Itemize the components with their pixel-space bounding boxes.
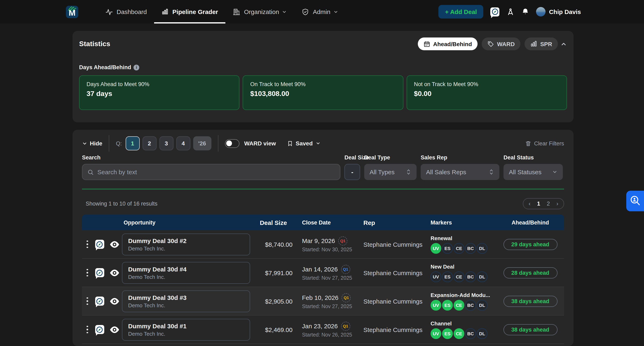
quarter-button-1[interactable]: 1 — [126, 136, 140, 150]
marker-bc[interactable]: BC — [465, 271, 476, 282]
compass-icon[interactable] — [95, 325, 104, 334]
ward-view-toggle[interactable] — [225, 139, 239, 148]
rep-name: Stephanie Cummings — [357, 269, 425, 276]
marker-dl[interactable]: DL — [477, 328, 488, 339]
table-row[interactable]: Dummy Deal 30d #4 Demo Tech Inc. $7,991.… — [82, 259, 564, 287]
opportunity-card[interactable]: Dummy Deal 30d #1 Demo Tech Inc. — [122, 318, 250, 340]
ward-view-label: WARD view — [244, 140, 276, 147]
marker-bc[interactable]: BC — [465, 243, 476, 254]
row-menu-icon[interactable] — [85, 267, 90, 278]
compass-assistant-icon[interactable] — [490, 7, 500, 16]
compass-icon[interactable] — [95, 240, 104, 249]
nav-item-dashboard[interactable]: Dashboard — [98, 0, 154, 24]
days-ahead-behind-label: Days Ahead/Behind — [79, 64, 131, 70]
stat-card-value: $103,808.00 — [250, 90, 396, 98]
marker-dl[interactable]: DL — [477, 243, 488, 254]
filters-panel: Hide Q: 1234'26 WARD view Saved Clear Fi… — [72, 130, 574, 346]
clear-filters-button[interactable]: Clear Filters — [525, 140, 564, 146]
compass-icon[interactable] — [95, 268, 104, 277]
logo-leaves-icon — [68, 6, 77, 11]
view-deal-eye-icon[interactable] — [110, 298, 119, 304]
table-row[interactable]: Dummy Deal 30d #1 Demo Tech Inc. $2,469.… — [82, 316, 564, 344]
close-date-cell: Jan 14, 2026 Q1 Started: Nov 27, 2025 — [295, 265, 357, 281]
pagination-page-1[interactable]: 1 — [537, 200, 540, 207]
marker-dl[interactable]: DL — [477, 300, 488, 310]
pagination-next-icon[interactable]: › — [556, 200, 558, 207]
nav-item-pipeline-grader[interactable]: Pipeline Grader — [154, 0, 226, 24]
rep-name: Stephanie Cummings — [357, 326, 425, 333]
opportunity-card[interactable]: Dummy Deal 30d #4 Demo Tech Inc. — [122, 262, 250, 284]
ahead-behind-badge: 28 days ahead — [503, 267, 557, 278]
notifications-bell-icon[interactable] — [522, 8, 529, 16]
quarter-badge: Q1 — [341, 322, 350, 330]
deal-size-button[interactable]: - — [344, 164, 360, 180]
pagination-prev-icon[interactable]: ‹ — [529, 200, 530, 207]
stat-card-1: On Track to Meet 90%$103,808.00 — [243, 76, 404, 110]
marker-ce[interactable]: CE — [454, 300, 464, 310]
markers-cell: Channel UVESCEBCDL — [425, 320, 497, 339]
deals-table: OpportunityDeal SizeClose DateRepMarkers… — [82, 214, 564, 344]
deal-status-label: Deal Status — [504, 154, 563, 164]
chevron-updown-icon — [489, 169, 494, 175]
divider — [218, 135, 218, 152]
marker-es[interactable]: ES — [442, 271, 453, 282]
view-toggle-ahead-behind[interactable]: Ahead/Behind — [418, 38, 478, 50]
quarter-button-3[interactable]: 3 — [159, 136, 173, 150]
nav-item-admin[interactable]: Admin — [294, 0, 346, 24]
row-menu-icon[interactable] — [85, 239, 90, 250]
deal-type-select[interactable]: All Types — [364, 164, 416, 180]
user-name: Chip Davis — [549, 8, 581, 15]
row-menu-icon[interactable] — [85, 324, 90, 335]
view-toggle-ward[interactable]: WARD — [482, 38, 520, 50]
collapse-chevron-icon[interactable] — [560, 40, 567, 47]
table-row[interactable]: Dummy Deal 30d #3 Demo Tech Inc. $2,905.… — [82, 287, 564, 316]
close-date-cell: Jan 23, 2026 Q1 Started: Nov 26, 2025 — [295, 322, 357, 338]
marker-es[interactable]: ES — [442, 328, 453, 339]
sales-rep-select[interactable]: All Sales Reps — [421, 164, 500, 180]
find-rep-floating-button[interactable] — [626, 191, 644, 211]
marker-circles: UVESCEBCDL — [430, 271, 497, 282]
saved-filters-button[interactable]: Saved — [287, 140, 320, 147]
marker-uv[interactable]: UV — [430, 243, 441, 254]
nav-item-label: Dashboard — [116, 8, 147, 15]
quarter-button-4[interactable]: 4 — [176, 136, 190, 150]
opportunity-card[interactable]: Dummy Deal 30d #3 Demo Tech Inc. — [122, 290, 250, 312]
marker-ce[interactable]: CE — [454, 243, 464, 254]
marker-ce[interactable]: CE — [454, 271, 464, 282]
year-select-button[interactable]: '26 — [193, 136, 211, 150]
nav-item-organization[interactable]: Organization — [226, 0, 294, 24]
marker-uv[interactable]: UV — [430, 328, 441, 339]
view-toggle-spr[interactable]: SPR — [524, 38, 558, 50]
deal-size-value: $8,740.00 — [252, 241, 295, 248]
marker-circles: UVESCEBCDL — [430, 243, 497, 254]
pagination-page-2[interactable]: 2 — [547, 200, 550, 207]
marker-bc[interactable]: BC — [465, 300, 476, 310]
table-row[interactable]: Dummy Deal 30d #2 Demo Tech Inc. $8,740.… — [82, 230, 564, 259]
add-deal-button[interactable]: + Add Deal — [438, 5, 484, 18]
user-menu[interactable]: Chip Davis — [536, 7, 581, 16]
deal-status-select[interactable]: All Statuses — [504, 164, 563, 180]
opportunity-card[interactable]: Dummy Deal 30d #2 Demo Tech Inc. — [122, 233, 250, 255]
hide-filters-button[interactable]: Hide — [82, 140, 102, 147]
view-deal-eye-icon[interactable] — [110, 269, 119, 276]
marker-ce[interactable]: CE — [454, 328, 464, 339]
brand-logo[interactable]: M — [66, 6, 78, 18]
app-window: M DashboardPipeline GraderOrganizationAd… — [0, 0, 644, 346]
view-deal-eye-icon[interactable] — [110, 326, 119, 333]
compass-icon[interactable] — [95, 296, 104, 306]
marker-bc[interactable]: BC — [465, 328, 476, 339]
view-deal-eye-icon[interactable] — [110, 241, 119, 248]
marker-es[interactable]: ES — [442, 243, 453, 254]
quarter-button-2[interactable]: 2 — [142, 136, 156, 150]
deal-name: Dummy Deal 30d #1 — [128, 322, 244, 329]
marker-es[interactable]: ES — [442, 300, 453, 310]
search-input[interactable] — [98, 168, 335, 176]
drafting-compass-icon[interactable] — [506, 8, 515, 16]
ahead-behind-badge: 38 days ahead — [503, 296, 557, 307]
info-icon[interactable]: i — [134, 64, 140, 70]
marker-dl[interactable]: DL — [477, 271, 488, 282]
marker-uv[interactable]: UV — [430, 271, 441, 282]
marker-uv[interactable]: UV — [430, 300, 441, 310]
row-menu-icon[interactable] — [85, 296, 90, 307]
sales-rep-label: Sales Rep — [421, 154, 500, 164]
